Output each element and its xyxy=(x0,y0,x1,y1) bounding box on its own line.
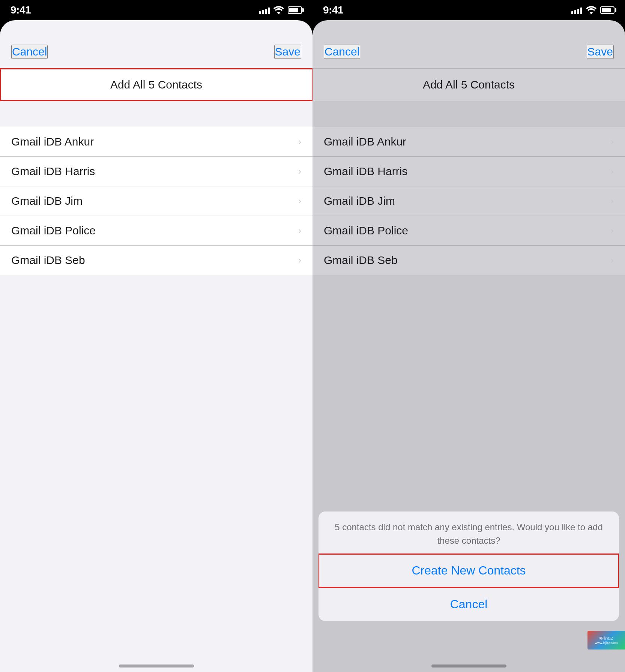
chevron-right-icon: › xyxy=(298,255,301,266)
chevron-right-icon: › xyxy=(611,225,614,236)
right-cancel-button[interactable]: Cancel xyxy=(324,45,360,59)
contact-name: Gmail iDB Ankur xyxy=(324,135,406,148)
contact-name: Gmail iDB Harris xyxy=(11,165,95,178)
chevron-right-icon: › xyxy=(611,166,614,177)
right-status-icons xyxy=(571,6,614,14)
left-contacts-list: Gmail iDB Ankur › Gmail iDB Harris › Gma… xyxy=(0,127,312,275)
right-save-button[interactable]: Save xyxy=(587,45,614,59)
left-status-time: 9:41 xyxy=(11,4,31,16)
right-add-all-button[interactable]: Add All 5 Contacts xyxy=(312,69,625,101)
left-battery-icon xyxy=(288,6,302,14)
right-nav-bar: Cancel Save xyxy=(312,35,625,68)
right-bottom-sheet-overlay: 5 contacts did not match any existing en… xyxy=(312,512,625,627)
left-screen-top xyxy=(0,20,312,35)
contact-name: Gmail iDB Police xyxy=(324,224,408,237)
left-add-all-section: Add All 5 Contacts xyxy=(0,68,312,101)
list-item[interactable]: Gmail iDB Police › xyxy=(0,216,312,246)
left-spacer xyxy=(0,101,312,114)
list-item[interactable]: Gmail iDB Ankur › xyxy=(312,127,625,157)
contact-name: Gmail iDB Harris xyxy=(324,165,407,178)
right-home-indicator xyxy=(312,650,625,672)
left-home-indicator xyxy=(0,650,312,672)
right-status-bar: 9:41 xyxy=(312,0,625,20)
list-item[interactable]: Gmail iDB Harris › xyxy=(0,157,312,186)
left-status-bar: 9:41 xyxy=(0,0,312,20)
right-signal-icon xyxy=(571,6,582,14)
list-item[interactable]: Gmail iDB Jim › xyxy=(312,186,625,216)
left-home-bar xyxy=(119,664,194,668)
right-bottom-sheet: 5 contacts did not match any existing en… xyxy=(319,512,619,621)
contact-name: Gmail iDB Jim xyxy=(324,195,395,207)
left-add-all-button[interactable]: Add All 5 Contacts xyxy=(0,69,312,101)
left-signal-icon xyxy=(259,6,270,14)
chevron-right-icon: › xyxy=(298,196,301,206)
list-item[interactable]: Gmail iDB Jim › xyxy=(0,186,312,216)
left-content-area: Add All 5 Contacts Gmail iDB Ankur › Gma… xyxy=(0,68,312,650)
right-status-time: 9:41 xyxy=(323,4,343,16)
chevron-right-icon: › xyxy=(611,196,614,206)
right-wifi-icon xyxy=(586,6,596,14)
right-contacts-list: Gmail iDB Ankur › Gmail iDB Harris › Gma… xyxy=(312,127,625,275)
right-battery-icon xyxy=(600,6,614,14)
create-new-contacts-button[interactable]: Create New Contacts xyxy=(319,554,619,588)
list-item[interactable]: Gmail iDB Police › xyxy=(312,216,625,246)
contact-name: Gmail iDB Seb xyxy=(11,254,85,267)
right-phone-panel: 9:41 Cancel Save Add All xyxy=(312,0,625,672)
right-spacer xyxy=(312,101,625,114)
contact-name: Gmail iDB Seb xyxy=(324,254,398,267)
right-add-all-section: Add All 5 Contacts xyxy=(312,68,625,101)
chevron-right-icon: › xyxy=(611,255,614,266)
left-phone-panel: 9:41 Cancel Save Add All xyxy=(0,0,312,672)
chevron-right-icon: › xyxy=(298,136,301,147)
contact-name: Gmail iDB Ankur xyxy=(11,135,94,148)
sheet-cancel-button[interactable]: Cancel xyxy=(319,588,619,621)
watermark: 嗒嗒笔记www.bijixx.com xyxy=(587,631,625,650)
left-status-icons xyxy=(259,6,302,14)
right-content-area: Add All 5 Contacts Gmail iDB Ankur › Gma… xyxy=(312,68,625,650)
watermark-text: 嗒嗒笔记www.bijixx.com xyxy=(595,636,617,645)
list-item[interactable]: Gmail iDB Seb › xyxy=(0,246,312,275)
left-wifi-icon xyxy=(273,6,284,14)
contact-name: Gmail iDB Police xyxy=(11,224,96,237)
left-save-button[interactable]: Save xyxy=(274,45,301,59)
chevron-right-icon: › xyxy=(298,166,301,177)
list-item[interactable]: Gmail iDB Seb › xyxy=(312,246,625,275)
list-item[interactable]: Gmail iDB Ankur › xyxy=(0,127,312,157)
list-item[interactable]: Gmail iDB Harris › xyxy=(312,157,625,186)
sheet-message-text: 5 contacts did not match any existing en… xyxy=(319,512,619,554)
right-home-bar xyxy=(431,664,506,668)
chevron-right-icon: › xyxy=(611,136,614,147)
left-cancel-button[interactable]: Cancel xyxy=(11,45,48,59)
chevron-right-icon: › xyxy=(298,225,301,236)
left-nav-bar: Cancel Save xyxy=(0,35,312,68)
contact-name: Gmail iDB Jim xyxy=(11,195,83,207)
right-screen-top xyxy=(312,20,625,35)
